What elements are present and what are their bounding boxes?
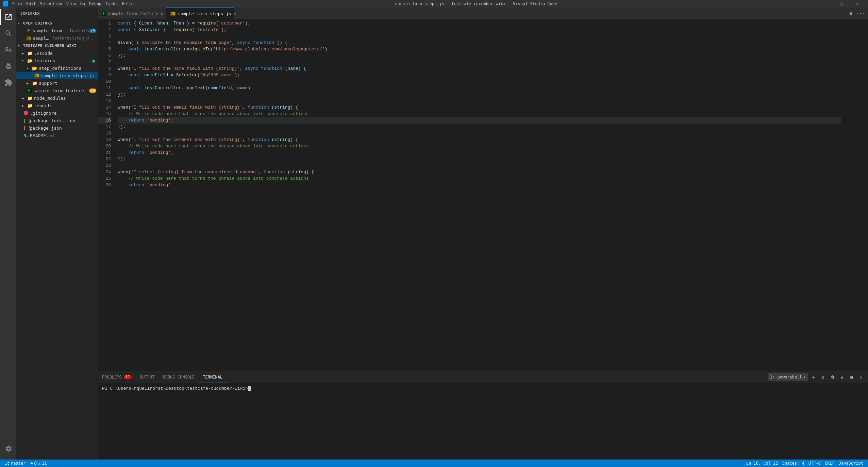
- title-bar-menu-tasks[interactable]: Tasks: [103, 1, 120, 6]
- code-line-20: // Write code here that turns the phrase…: [118, 143, 841, 149]
- tab-problems[interactable]: PROBLEMS 11: [98, 371, 136, 383]
- gitignore-icon: 🔴: [23, 111, 29, 115]
- package-json-icon: { }: [23, 126, 29, 131]
- project-label: TESTCAFE-CUCUMBER-WIKI: [23, 44, 77, 48]
- tree-step-definitions[interactable]: ▾ 📂 step_definitions: [16, 64, 98, 72]
- tab-steps-close[interactable]: ×: [233, 11, 236, 17]
- status-spaces[interactable]: Spaces: 4: [780, 460, 806, 467]
- open-editor-feature-name: sample_form.feature: [33, 28, 67, 33]
- activity-source-control[interactable]: [0, 42, 16, 58]
- folder-open-icon: 📂: [27, 58, 33, 63]
- title-bar-menu-debug[interactable]: Debug: [87, 1, 103, 6]
- split-terminal-btn[interactable]: ⊞: [819, 373, 827, 381]
- tab-actions: ⊞ ···: [844, 7, 868, 19]
- more-tab-actions-btn[interactable]: ···: [856, 9, 865, 18]
- status-warning-count: 11: [42, 461, 47, 466]
- code-line-16: return 'pending';: [118, 117, 841, 124]
- new-terminal-btn[interactable]: +: [809, 373, 818, 381]
- maximize-button[interactable]: □: [834, 0, 850, 7]
- window-title: sample_form_steps.js - testcafe-cucumber…: [134, 1, 818, 6]
- trash-terminal-btn[interactable]: 🗑: [829, 373, 837, 381]
- tree-sample-feature[interactable]: F sample_form.feature +9: [16, 87, 98, 94]
- status-encoding-label: UTF-8: [808, 461, 821, 466]
- minimize-button[interactable]: ─: [818, 0, 834, 7]
- editor[interactable]: 12345 678910 1112131415 1617181920 21222…: [98, 19, 868, 371]
- title-bar-menu-file[interactable]: File: [10, 1, 24, 6]
- tree-vscode[interactable]: ▶ 📁 .vscode: [16, 49, 98, 57]
- open-editor-steps[interactable]: JS sample_form_steps.js features\step_d.…: [16, 34, 98, 42]
- sidebar: Explorer ▾ OPEN EDITORS F sample_form.fe…: [16, 7, 98, 460]
- open-editor-feature[interactable]: F sample_form.feature features +9: [16, 27, 98, 34]
- close-panel-btn[interactable]: ✕: [857, 373, 865, 381]
- readme-label: README.md: [30, 133, 54, 138]
- tree-node-modules[interactable]: ▶ 📁 node_modules: [16, 94, 98, 102]
- maximize-panel-btn[interactable]: ⊡: [848, 373, 856, 381]
- activity-extensions[interactable]: [0, 74, 16, 91]
- split-editor-btn[interactable]: ⊞: [846, 9, 856, 18]
- tab-steps-icon: JS: [170, 12, 176, 16]
- support-chevron: ▶: [27, 81, 32, 85]
- support-folder-icon: 📁: [32, 81, 37, 86]
- code-line-24: When('I select {string} from the experei…: [118, 169, 841, 175]
- tab-steps[interactable]: JS sample_form_steps.js ×: [166, 7, 234, 19]
- activity-explorer[interactable]: [0, 9, 16, 25]
- app-icon: [3, 1, 8, 6]
- settings-icon[interactable]: [0, 440, 16, 457]
- status-bar: ⎇ master ⊗ 0 ⚠ 11 Ln 16, Col 22 Spaces: …: [0, 460, 868, 467]
- step-defs-chevron: ▾: [27, 66, 32, 70]
- tree-package-lock[interactable]: { } package-lock.json: [16, 117, 98, 124]
- tab-feature[interactable]: F sample_form.feature ×: [98, 7, 166, 19]
- js-icon: JS: [26, 36, 31, 41]
- error-icon: ⊗: [30, 461, 33, 466]
- tree-reports[interactable]: ▶ 📁 reports: [16, 102, 98, 109]
- close-button[interactable]: ✕: [850, 0, 865, 7]
- tree-gitignore[interactable]: 🔴 .gitignore: [16, 109, 98, 117]
- tab-output[interactable]: OUTPUT: [136, 371, 158, 383]
- panel-content: PS C:\Users\rquellhorst\Desktop\testcafe…: [98, 383, 868, 460]
- editor-area: F sample_form.feature × JS sample_form_s…: [98, 7, 868, 460]
- gitignore-label: .gitignore: [30, 111, 56, 116]
- code-area[interactable]: const { Given, When, Then } = require('c…: [115, 19, 841, 371]
- activity-search[interactable]: [0, 25, 16, 42]
- tree-features[interactable]: ▾ 📂 features ●: [16, 57, 98, 64]
- terminal-selector-label: 1: powershell: [770, 375, 802, 380]
- tree-support[interactable]: ▶ 📁 support: [16, 79, 98, 87]
- tree-sample-steps-js[interactable]: JS sample_form_steps.js: [16, 72, 98, 79]
- status-line-col[interactable]: Ln 16, Col 22: [744, 460, 780, 467]
- terminal-selector[interactable]: 1: powershell ▾: [768, 373, 808, 381]
- title-bar-menu-edit[interactable]: Edit: [24, 1, 38, 6]
- status-language[interactable]: JavaScript: [837, 460, 865, 467]
- code-line-1: const { Given, When, Then } = require('c…: [118, 20, 841, 27]
- status-git[interactable]: ⎇ master: [3, 460, 28, 467]
- reports-chevron: ▶: [22, 104, 27, 108]
- title-bar-menu-go[interactable]: Go: [78, 1, 87, 6]
- line-numbers: 12345 678910 1112131415 1617181920 21222…: [98, 19, 115, 371]
- title-bar-menu-selection[interactable]: Selection: [38, 1, 64, 6]
- status-encoding[interactable]: UTF-8: [806, 460, 823, 467]
- status-eol[interactable]: CRLF: [823, 460, 837, 467]
- problems-badge: 11: [124, 375, 132, 379]
- expand-panel-btn[interactable]: ∧: [838, 373, 846, 381]
- tree-readme[interactable]: M↓ README.md: [16, 132, 98, 139]
- panel-actions: 1: powershell ▾ + ⊞ 🗑 ∧ ⊡ ✕: [765, 371, 868, 383]
- status-git-label: master: [11, 461, 26, 466]
- tree-sample-feature-label: sample_form.feature: [33, 88, 84, 93]
- package-lock-label: package-lock.json: [30, 118, 75, 123]
- project-section[interactable]: ▾ TESTCAFE-CUCUMBER-WIKI: [16, 42, 98, 49]
- folder-icon: 📁: [27, 51, 33, 56]
- tree-package-json[interactable]: { } package.json: [16, 124, 98, 132]
- tab-debug-console[interactable]: DEBUG CONSOLE: [158, 371, 199, 383]
- tab-terminal[interactable]: TERMINAL: [199, 371, 227, 383]
- feature-file-icon: F: [27, 88, 32, 93]
- open-editors-chevron: ▾: [18, 21, 23, 26]
- step-defs-label: step_definitions: [39, 66, 81, 71]
- panel: PROBLEMS 11 OUTPUT DEBUG CONSOLE TERMINA…: [98, 371, 868, 460]
- activity-debug[interactable]: [0, 58, 16, 74]
- title-bar-menu-help[interactable]: Help: [120, 1, 134, 6]
- status-errors[interactable]: ⊗ 0 ⚠ 11: [28, 460, 49, 467]
- tab-feature-close[interactable]: ×: [160, 11, 163, 17]
- open-editors-section[interactable]: ▾ OPEN EDITORS: [16, 19, 98, 27]
- debug-console-label: DEBUG CONSOLE: [163, 375, 195, 380]
- status-language-label: JavaScript: [839, 461, 863, 466]
- title-bar-menu-view[interactable]: View: [64, 1, 78, 6]
